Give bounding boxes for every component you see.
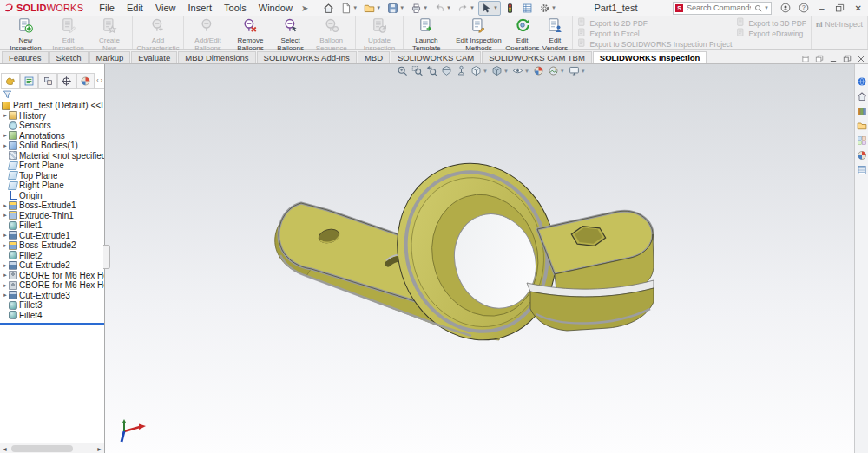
tree-item-sensors[interactable]: Sensors xyxy=(0,121,104,131)
tree-item-fillet4[interactable]: Fillet4 xyxy=(0,311,104,321)
select-tool-icon[interactable]: ▼ xyxy=(478,1,501,16)
add-characteristic-button[interactable]: Add Characteristic xyxy=(135,16,181,54)
tree-item-origin[interactable]: Origin xyxy=(0,191,104,201)
3dexperience-icon[interactable] xyxy=(856,76,867,87)
search-input[interactable] xyxy=(685,3,753,13)
export-edrawing-button[interactable]: Export eDrawing xyxy=(734,29,808,38)
expand-arrow-icon[interactable]: ▸ xyxy=(2,242,9,249)
tree-item-boss-extrude1[interactable]: ▸Boss-Extrude1 xyxy=(0,200,104,211)
propertymanager-tab[interactable] xyxy=(20,73,39,88)
tree-item-fillet1[interactable]: Fillet1 xyxy=(0,220,104,231)
file-explorer-icon[interactable] xyxy=(856,120,867,131)
save-icon[interactable]: ▼ xyxy=(385,1,407,16)
expand-arrow-icon[interactable]: ▸ xyxy=(2,142,9,149)
tab-markup[interactable]: Markup xyxy=(89,51,131,63)
previous-view-icon[interactable] xyxy=(426,65,437,76)
file-properties-icon[interactable] xyxy=(519,1,536,16)
dynamic-annotation-views-icon[interactable] xyxy=(456,65,467,76)
scrollbar-track[interactable] xyxy=(10,443,95,453)
redo-icon[interactable]: ▼ xyxy=(455,1,477,16)
tree-item-extrude-thin1[interactable]: ▸Extrude-Thin1 xyxy=(0,211,104,221)
scroll-left-arrow[interactable]: ◄ xyxy=(0,443,10,453)
menu-view[interactable]: View xyxy=(150,2,181,14)
configurationmanager-tab[interactable] xyxy=(38,73,57,88)
tree-root-item[interactable]: Part1_test (Default) <<Default>_Displa xyxy=(0,101,104,111)
appearances-scenes-icon[interactable] xyxy=(856,149,867,161)
expand-arrow-icon[interactable]: ▸ xyxy=(2,292,9,299)
expand-arrow-icon[interactable]: ▸ xyxy=(2,262,9,269)
section-view-icon[interactable] xyxy=(441,65,452,76)
view-orientation-icon[interactable]: ▼ xyxy=(470,65,488,76)
remove-balloons-button[interactable]: Remove Balloons xyxy=(230,16,272,54)
help-icon[interactable]: ? xyxy=(799,3,809,13)
view-settings-icon[interactable]: ▼ xyxy=(569,65,586,76)
export-swip-button[interactable]: Export to SOLIDWORKS Inspection Project xyxy=(575,39,733,49)
open-document-icon[interactable]: ▼ xyxy=(361,1,384,16)
edit-vendors-button[interactable]: Edit Vendors xyxy=(540,16,569,54)
undo-icon[interactable]: ▼ xyxy=(431,1,454,16)
expand-arrow-icon[interactable]: ▸ xyxy=(2,132,9,139)
panel-tab-scroll-arrows[interactable]: ‹› xyxy=(96,77,104,83)
tab-solidworks-cam-tbm[interactable]: SOLIDWORKS CAM TBM xyxy=(482,51,592,63)
export-pdf-button[interactable]: Export to 2D PDF xyxy=(575,18,733,28)
export-3dpdf-button[interactable]: Export to 3D PDF xyxy=(734,18,808,28)
hide-show-items-icon[interactable]: ▼ xyxy=(512,65,529,76)
panel-splitter-handle[interactable] xyxy=(103,245,110,269)
balloon-sequence-button[interactable]: Balloon Sequence xyxy=(310,16,352,54)
tree-item-history[interactable]: ▸History xyxy=(0,111,104,121)
tree-item-right-plane[interactable]: Right Plane xyxy=(0,181,104,191)
pin-menu-icon[interactable]: ➤ xyxy=(301,3,308,13)
design-library-icon[interactable] xyxy=(856,105,867,116)
options-gear-icon[interactable]: ▼ xyxy=(536,1,559,16)
custom-properties-icon[interactable] xyxy=(856,164,867,175)
tab-solidworks-inspection[interactable]: SOLIDWORKS Inspection xyxy=(593,51,707,63)
menu-file[interactable]: File xyxy=(94,2,120,14)
part-3d-model[interactable] xyxy=(272,160,658,346)
zoom-to-fit-icon[interactable] xyxy=(397,65,408,76)
expand-arrow-icon[interactable]: ▸ xyxy=(2,282,9,289)
tree-item-annotations[interactable]: ▸Annotations xyxy=(0,131,104,141)
graphics-viewport[interactable]: ▼▼▼▼▼ xyxy=(105,64,854,453)
menu-window[interactable]: Window xyxy=(253,2,298,14)
tree-item-top-plane[interactable]: Top Plane xyxy=(0,171,104,181)
select-balloons-button[interactable]: Select Balloons xyxy=(272,16,309,54)
tree-filter-icon[interactable] xyxy=(3,89,12,99)
tree-item-cbore-for-m6-hex-head-bolt2[interactable]: ▸CBORE for M6 Hex Head Bolt2 xyxy=(0,280,104,291)
close-button[interactable]: ✕ xyxy=(852,3,865,13)
tree-item-cut-extrude2[interactable]: ▸Cut-Extrude2 xyxy=(0,260,104,271)
displaymanager-tab[interactable] xyxy=(76,73,95,88)
tab-solidworks-cam[interactable]: SOLIDWORKS CAM xyxy=(391,51,481,63)
featuremanager-tab[interactable] xyxy=(1,73,20,88)
menu-tools[interactable]: Tools xyxy=(219,2,252,14)
tree-item-material-not-specified-[interactable]: Material <not specified> xyxy=(0,151,104,161)
apply-scene-icon[interactable]: ▼ xyxy=(548,65,565,76)
search-commands-box[interactable]: S ▼ xyxy=(673,2,772,15)
view-palette-icon[interactable] xyxy=(856,135,867,146)
scroll-right-arrow[interactable]: ► xyxy=(95,443,104,453)
tab-sketch[interactable]: Sketch xyxy=(49,51,89,63)
tab-solidworks-add-ins[interactable]: SOLIDWORKS Add-Ins xyxy=(257,51,357,63)
search-caret-icon[interactable]: ▼ xyxy=(764,5,769,10)
search-icon[interactable] xyxy=(754,4,762,12)
close-doc-button[interactable] xyxy=(857,51,865,67)
new-document-icon[interactable]: ▼ xyxy=(338,1,360,16)
menu-edit[interactable]: Edit xyxy=(122,2,148,14)
rollback-bar[interactable] xyxy=(0,323,104,325)
scrollbar-thumb[interactable] xyxy=(11,445,73,452)
edit-appearance-icon[interactable] xyxy=(533,65,544,76)
edit-methods-button[interactable]: Edit Inspection Methods xyxy=(453,16,504,54)
tree-item-cbore-for-m6-hex-head-bolt1[interactable]: ▸CBORE for M6 Hex Head Bolt1 xyxy=(0,271,104,281)
expand-arrow-icon[interactable]: ▸ xyxy=(2,232,9,239)
dimxpertmanager-tab[interactable] xyxy=(57,73,76,88)
tree-item-boss-extrude2[interactable]: ▸Boss-Extrude2 xyxy=(0,240,104,251)
print-icon[interactable]: ▼ xyxy=(408,1,431,16)
user-account-icon[interactable] xyxy=(780,3,791,13)
rebuild-icon[interactable] xyxy=(502,1,518,16)
tree-item-cut-extrude1[interactable]: ▸Cut-Extrude1 xyxy=(0,231,104,241)
expand-arrow-icon[interactable]: ▸ xyxy=(2,112,9,119)
tree-item-solid-bodies-1-[interactable]: ▸Solid Bodies(1) xyxy=(0,141,104,151)
add-balloons-button[interactable]: Add/Edit Balloons xyxy=(187,16,228,54)
home-resources-icon[interactable] xyxy=(856,90,867,102)
tab-evaluate[interactable]: Evaluate xyxy=(131,51,177,63)
tab-features[interactable]: Features xyxy=(2,51,49,63)
